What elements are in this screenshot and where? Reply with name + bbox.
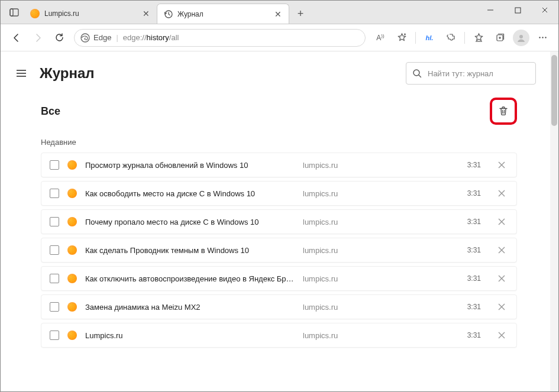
row-checkbox[interactable]: [50, 189, 59, 198]
refresh-button[interactable]: [49, 28, 69, 48]
minimize-button[interactable]: [477, 1, 504, 20]
row-delete-button[interactable]: [495, 158, 508, 171]
toolbar-right: A)) hl.: [370, 28, 552, 48]
row-domain: lumpics.ru: [303, 246, 459, 255]
row-delete-button[interactable]: [495, 329, 508, 342]
new-tab-button[interactable]: +: [292, 5, 309, 22]
section-title: Все: [41, 105, 490, 118]
more-button[interactable]: [532, 28, 552, 48]
collections-button[interactable]: [490, 28, 510, 48]
history-row[interactable]: Как освободить место на диске C в Window…: [41, 181, 517, 206]
toolbar: Edge | edge://history/all A)) hl.: [1, 24, 558, 51]
row-time: 3:31: [467, 246, 481, 254]
history-row[interactable]: Просмотр журнала обновлений в Windows 10…: [41, 153, 517, 177]
row-domain: lumpics.ru: [303, 218, 459, 226]
menu-button[interactable]: [12, 64, 30, 82]
svg-point-17: [545, 37, 546, 38]
adblock-icon[interactable]: hl.: [419, 28, 440, 48]
svg-rect-0: [10, 9, 18, 16]
row-delete-button[interactable]: [495, 300, 508, 313]
svg-point-16: [542, 37, 543, 38]
scrollbar-thumb[interactable]: [551, 55, 557, 126]
row-delete-button[interactable]: [495, 187, 508, 200]
page-header: Журнал: [1, 51, 550, 93]
orange-icon: [67, 302, 77, 312]
history-row[interactable]: Lumpics.rulumpics.ru3:31: [41, 323, 517, 348]
row-time: 3:31: [467, 331, 481, 339]
row-checkbox[interactable]: [50, 302, 59, 312]
trash-icon: [498, 106, 509, 116]
history-row[interactable]: Замена динамика на Meizu MX2lumpics.ru3:…: [41, 294, 517, 319]
row-domain: lumpics.ru: [303, 189, 459, 198]
row-time: 3:31: [467, 274, 481, 283]
row-delete-button[interactable]: [495, 215, 508, 228]
row-title: Почему пропало место на диске C в Window…: [85, 218, 295, 226]
scrollbar[interactable]: [550, 51, 558, 391]
favorites-list-button[interactable]: [468, 28, 489, 48]
tab-title: Журнал: [177, 10, 273, 18]
svg-rect-1: [10, 9, 13, 16]
search-box[interactable]: [406, 62, 536, 85]
row-title: Просмотр журнала обновлений в Windows 10: [85, 161, 295, 170]
favorite-button[interactable]: [392, 28, 412, 48]
row-title: Как отключить автовоспроизведение видео …: [85, 274, 295, 283]
history-row[interactable]: Как сделать Проводник темным в Windows 1…: [41, 238, 517, 263]
close-button[interactable]: [531, 1, 558, 20]
addr-url-prefix: edge://: [123, 33, 147, 42]
row-time: 3:31: [467, 303, 481, 311]
orange-icon: [30, 9, 40, 18]
search-input[interactable]: [428, 69, 529, 78]
forward-button[interactable]: [28, 28, 48, 48]
row-delete-button[interactable]: [495, 272, 508, 285]
row-checkbox[interactable]: [50, 245, 59, 255]
tab-title: Lumpics.ru: [44, 9, 141, 18]
addr-url-seg2: /all: [169, 33, 179, 42]
history-icon: [163, 9, 173, 19]
back-button[interactable]: [7, 28, 27, 48]
row-checkbox[interactable]: [50, 331, 59, 340]
edge-icon: [80, 33, 90, 43]
titlebar: Lumpics.ru ✕ Журнал ✕ +: [1, 1, 558, 24]
close-icon[interactable]: ✕: [273, 9, 283, 19]
delete-all-button[interactable]: [490, 98, 517, 125]
tab-history[interactable]: Журнал ✕: [157, 4, 289, 24]
read-aloud-button[interactable]: A)): [370, 28, 390, 48]
history-row[interactable]: Как отключить автовоспроизведение видео …: [41, 266, 517, 291]
row-checkbox[interactable]: [50, 160, 59, 170]
history-list: Просмотр журнала обновлений в Windows 10…: [41, 153, 517, 348]
address-bar[interactable]: Edge | edge://history/all: [74, 29, 366, 47]
extensions-button[interactable]: [441, 28, 461, 48]
profile-button[interactable]: [511, 28, 531, 48]
maximize-button[interactable]: [504, 1, 531, 20]
row-title: Как сделать Проводник темным в Windows 1…: [85, 246, 295, 255]
svg-point-14: [519, 35, 523, 38]
recent-label: Недавние: [41, 138, 517, 147]
toolbar-separator: [415, 32, 416, 44]
orange-icon: [67, 189, 77, 198]
search-icon: [412, 69, 422, 78]
row-checkbox[interactable]: [50, 217, 59, 226]
close-icon[interactable]: ✕: [141, 9, 151, 18]
svg-line-22: [419, 75, 421, 77]
row-title: Замена динамика на Meizu MX2: [85, 303, 295, 312]
section-header: Все: [41, 98, 517, 125]
tab-actions-button[interactable]: [4, 2, 24, 22]
row-delete-button[interactable]: [495, 244, 508, 257]
row-title: Как освободить место на диске C в Window…: [85, 189, 295, 198]
row-time: 3:31: [467, 218, 481, 226]
orange-icon: [67, 331, 77, 340]
row-checkbox[interactable]: [50, 274, 59, 283]
row-domain: lumpics.ru: [303, 303, 459, 312]
window-controls: [477, 1, 558, 20]
addr-separator: |: [116, 33, 118, 42]
tab-lumpics[interactable]: Lumpics.ru ✕: [24, 4, 157, 24]
row-time: 3:31: [467, 189, 481, 197]
row-domain: lumpics.ru: [303, 274, 459, 283]
history-row[interactable]: Почему пропало место на диске C в Window…: [41, 209, 517, 234]
content: Журнал Все Недавние Просмотр журнала обн…: [1, 51, 550, 391]
svg-point-15: [539, 37, 540, 38]
addr-url-seg: history: [147, 33, 169, 42]
row-domain: lumpics.ru: [303, 331, 459, 340]
svg-point-21: [413, 70, 419, 76]
page-title: Журнал: [40, 65, 396, 82]
